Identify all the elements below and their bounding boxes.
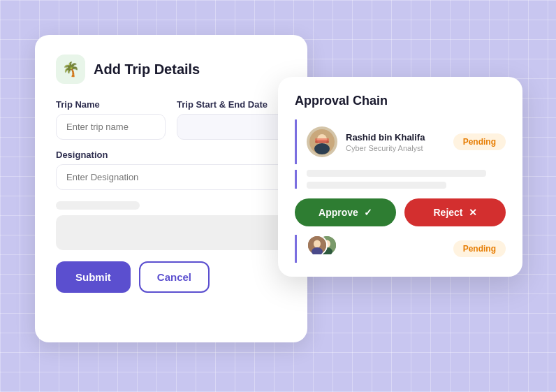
approve-icon: ✓ [364,207,372,218]
approval-item-1: Rashid bin Khalifa Cyber Security Analys… [295,119,506,164]
skeleton-block [56,215,286,250]
submit-button[interactable]: Submit [56,261,131,293]
approve-button[interactable]: Approve ✓ [295,198,396,226]
trip-name-group: Trip Name [56,99,166,140]
svg-point-6 [314,240,321,248]
reject-label: Reject [433,207,462,218]
trip-name-input[interactable] [56,114,166,140]
approval-chain-card: Approval Chain Rashid bin Khalifa Cyber … [278,77,522,277]
reject-icon: ✕ [469,207,477,218]
approver-info-1: Rashid bin Khalifa Cyber Security Analys… [346,132,445,152]
action-buttons: Submit Cancel [56,261,286,293]
approver-role: Cyber Security Analyst [346,144,445,152]
approver-name: Rashid bin Khalifa [346,132,445,143]
cancel-button[interactable]: Cancel [139,261,210,293]
approval-chain-title: Approval Chain [295,94,506,108]
trip-date-group: Trip Start & End Date [177,99,286,140]
status-badge-2: Pending [453,240,506,257]
skeleton-row-1 [56,201,140,210]
approve-label: Approve [319,207,358,218]
palm-icon: 🌴 [56,55,85,84]
status-badge-1: Pending [453,133,506,150]
trip-date-label: Trip Start & End Date [177,99,286,110]
approver-avatar-1 [307,126,337,157]
approver-avatar-group [307,235,340,263]
designation-group: Designation [56,150,286,190]
trip-date-input[interactable] [177,114,286,140]
designation-label: Designation [56,150,286,160]
approval-item-2: Pending [295,235,506,263]
reject-button[interactable]: Reject ✕ [404,198,506,226]
card-title: Add Trip Details [94,61,200,78]
avatar-small-1 [307,235,328,256]
skel-line-1 [307,170,486,177]
add-trip-card: 🌴 Add Trip Details Trip Name Trip Start … [35,35,307,342]
trip-name-label: Trip Name [56,99,166,110]
approver-avatar-svg [309,129,335,154]
svg-rect-3 [315,138,329,141]
approve-reject-buttons: Approve ✓ Reject ✕ [295,198,506,226]
skeleton-lines [295,170,506,189]
skel-line-2 [307,182,446,189]
svg-point-4 [314,143,330,154]
designation-input[interactable] [56,164,286,190]
card-header: 🌴 Add Trip Details [56,55,286,84]
